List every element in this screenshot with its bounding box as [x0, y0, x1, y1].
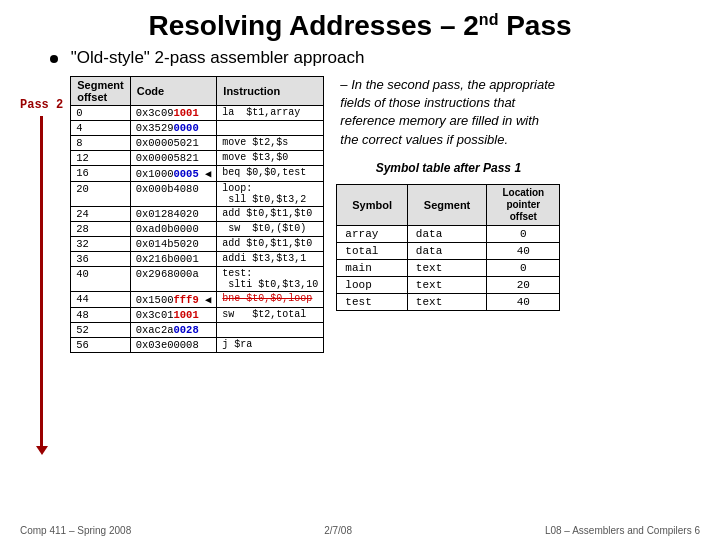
cell-offset: 12 [71, 151, 130, 166]
table-row: 48 0x3c011001 sw $t2,total [71, 308, 324, 323]
footer-left: Comp 411 – Spring 2008 [20, 525, 131, 536]
cell-offset: 36 [71, 252, 130, 267]
cell-instruction: la $t1,array [217, 106, 324, 121]
cell-offset: 52 [71, 323, 130, 338]
cell-code: 0xad0b0000 [130, 222, 217, 237]
main-content: Pass 2 Segmentoffset Code Instruction [20, 76, 700, 455]
cell-instruction: bne $t0,$0,loop [217, 292, 324, 308]
footer-center: 2/7/08 [324, 525, 352, 536]
sym-cell-segment: text [407, 259, 486, 276]
table-row: 28 0xad0b0000 sw $t0,($t0) [71, 222, 324, 237]
cell-code: 0x00005021 [130, 136, 217, 151]
cell-instruction: sw $t2,total [217, 308, 324, 323]
cell-code: 0x1500fff9 ◀ [130, 292, 217, 308]
title-text: Resolving Addresses – 2 [148, 10, 478, 41]
cell-instruction: move $t3,$0 [217, 151, 324, 166]
cell-code: 0x00005821 [130, 151, 217, 166]
cell-offset: 16 [71, 166, 130, 182]
cell-offset: 56 [71, 338, 130, 353]
pass2-label: Pass 2 [20, 98, 63, 112]
bullet-icon [50, 55, 58, 63]
sym-col-symbol: Symbol [337, 184, 407, 225]
sym-cell-offset: 20 [487, 276, 560, 293]
arrow-head-icon [36, 446, 48, 455]
table-row: 44 0x1500fff9 ◀ bne $t0,$0,loop [71, 292, 324, 308]
cell-code: 0xac2a0028 [130, 323, 217, 338]
symbol-row: total data 40 [337, 242, 560, 259]
table-row: 52 0xac2a0028 [71, 323, 324, 338]
arrow-line [40, 116, 43, 446]
cell-code: 0x03e00008 [130, 338, 217, 353]
sym-cell-segment: data [407, 242, 486, 259]
left-section: Pass 2 Segmentoffset Code Instruction [20, 76, 324, 455]
cell-offset: 28 [71, 222, 130, 237]
cell-code: 0x01284020 [130, 207, 217, 222]
sym-cell-symbol: array [337, 225, 407, 242]
table-row: 24 0x01284020 add $t0,$t1,$t0 [71, 207, 324, 222]
cell-code: 0x2968000a [130, 267, 217, 292]
sym-cell-offset: 0 [487, 225, 560, 242]
footer: Comp 411 – Spring 2008 2/7/08 L08 – Asse… [20, 525, 700, 536]
sym-cell-offset: 0 [487, 259, 560, 276]
sym-col-segment: Segment [407, 184, 486, 225]
symbol-table-label: Symbol table after Pass 1 [336, 161, 560, 175]
sym-cell-segment: text [407, 293, 486, 310]
title-sup: nd [479, 11, 499, 28]
cell-instruction [217, 323, 324, 338]
right-section: – In the second pass, the appropriate fi… [336, 76, 560, 311]
cell-offset: 40 [71, 267, 130, 292]
col-header-segment: Segmentoffset [71, 77, 130, 106]
col-header-code: Code [130, 77, 217, 106]
symbol-table: Symbol Segment Locationpointeroffset arr… [336, 184, 560, 311]
cell-instruction: add $t0,$t1,$t0 [217, 207, 324, 222]
cell-offset: 48 [71, 308, 130, 323]
cell-offset: 8 [71, 136, 130, 151]
cell-instruction: loop: sll $t0,$t3,2 [217, 182, 324, 207]
cell-code: 0x000b4080 [130, 182, 217, 207]
symbol-row: test text 40 [337, 293, 560, 310]
table-row: 36 0x216b0001 addi $t3,$t3,1 [71, 252, 324, 267]
page-title: Resolving Addresses – 2nd Pass [20, 10, 700, 42]
table-row: 0 0x3c091001 la $t1,array [71, 106, 324, 121]
table-row: 8 0x00005021 move $t2,$s [71, 136, 324, 151]
table-row: 12 0x00005821 move $t3,$0 [71, 151, 324, 166]
cell-code: 0x35290000 [130, 121, 217, 136]
cell-code: 0x014b5020 [130, 237, 217, 252]
cell-instruction: add $t0,$t1,$t0 [217, 237, 324, 252]
cell-instruction [217, 121, 324, 136]
sym-cell-symbol: loop [337, 276, 407, 293]
sym-cell-segment: text [407, 276, 486, 293]
sym-col-location: Locationpointeroffset [487, 184, 560, 225]
table-row: 32 0x014b5020 add $t0,$t1,$t0 [71, 237, 324, 252]
cell-code: 0x10000005 ◀ [130, 166, 217, 182]
sym-cell-offset: 40 [487, 293, 560, 310]
table-row: 16 0x10000005 ◀ beq $0,$0,test [71, 166, 324, 182]
sym-cell-segment: data [407, 225, 486, 242]
sym-cell-symbol: total [337, 242, 407, 259]
cell-offset: 24 [71, 207, 130, 222]
cell-offset: 20 [71, 182, 130, 207]
cell-offset: 0 [71, 106, 130, 121]
table-row: 4 0x35290000 [71, 121, 324, 136]
cell-instruction: sw $t0,($t0) [217, 222, 324, 237]
cell-code: 0x3c011001 [130, 308, 217, 323]
table-row: 56 0x03e00008 j $ra [71, 338, 324, 353]
col-header-instruction: Instruction [217, 77, 324, 106]
cell-offset: 32 [71, 237, 130, 252]
table-row: 20 0x000b4080 loop: sll $t0,$t3,2 [71, 182, 324, 207]
cell-code: 0x216b0001 [130, 252, 217, 267]
sym-cell-symbol: test [337, 293, 407, 310]
cell-offset: 44 [71, 292, 130, 308]
sym-cell-symbol: main [337, 259, 407, 276]
cell-instruction: test: slti $t0,$t3,10 [217, 267, 324, 292]
subtitle-text: "Old-style" 2-pass assembler approach [71, 48, 365, 67]
footer-right: L08 – Assemblers and Compilers 6 [545, 525, 700, 536]
title-text2: Pass [498, 10, 571, 41]
cell-instruction: j $ra [217, 338, 324, 353]
subtitle: "Old-style" 2-pass assembler approach [50, 48, 700, 68]
cell-instruction: move $t2,$s [217, 136, 324, 151]
sym-cell-offset: 40 [487, 242, 560, 259]
cell-instruction: addi $t3,$t3,1 [217, 252, 324, 267]
symbol-row: main text 0 [337, 259, 560, 276]
symbol-row: array data 0 [337, 225, 560, 242]
